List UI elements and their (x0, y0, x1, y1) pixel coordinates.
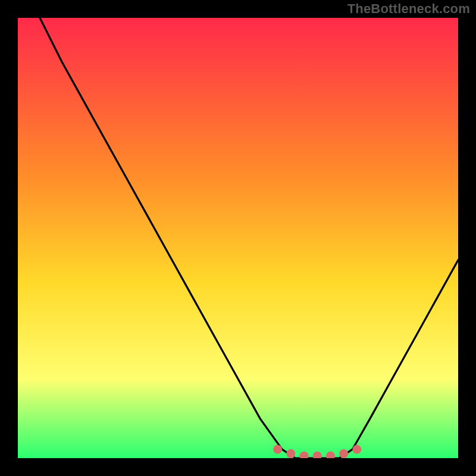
marker-dot (339, 449, 348, 458)
attribution-text: TheBottleneck.com (347, 1, 470, 17)
plot-area (18, 18, 458, 458)
marker-dot (326, 452, 335, 461)
marker-dot (286, 449, 295, 458)
chart-frame: { "attribution": "TheBottleneck.com", "c… (0, 0, 476, 476)
marker-dot (300, 452, 309, 461)
marker-dot (352, 445, 361, 454)
marker-dot (313, 452, 322, 461)
bottleneck-chart (0, 0, 476, 476)
marker-dot (273, 445, 282, 454)
